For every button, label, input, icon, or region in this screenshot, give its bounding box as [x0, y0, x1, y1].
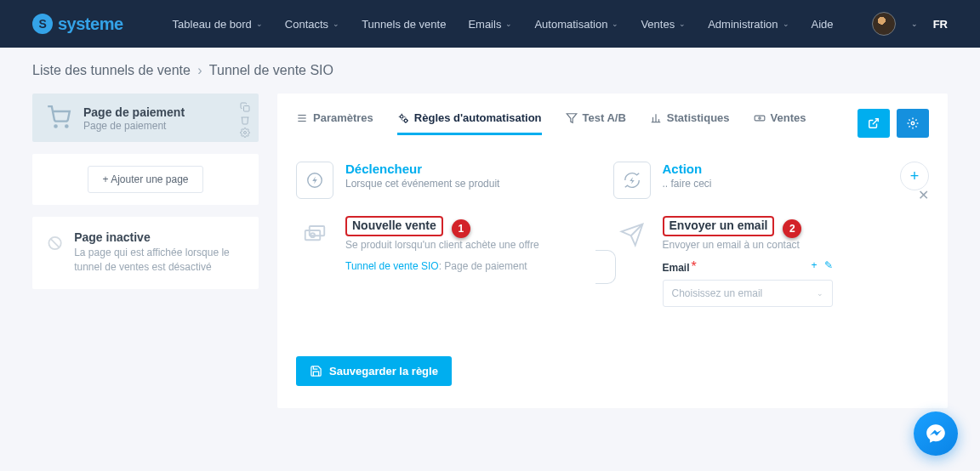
trigger-title: Nouvelle vente: [345, 216, 443, 236]
action-column: Action .. faire ceci + Envoyer un email …: [613, 156, 930, 322]
svg-point-19: [911, 122, 914, 125]
language-switch[interactable]: FR: [933, 18, 948, 31]
close-icon[interactable]: ✕: [918, 187, 929, 203]
svg-point-10: [404, 119, 407, 122]
chevron-down-icon: ⌄: [679, 20, 686, 28]
nav-emails[interactable]: Emails⌄: [468, 18, 512, 31]
trigger-header-icon: [296, 162, 333, 199]
nav-contacts[interactable]: Contacts⌄: [285, 18, 339, 31]
chevron-down-icon[interactable]: ⌄: [911, 20, 918, 28]
nav-administration[interactable]: Administration⌄: [708, 18, 789, 31]
chat-fab[interactable]: [914, 411, 958, 456]
settings-icon[interactable]: [240, 128, 250, 138]
refresh-bolt-icon: [623, 171, 641, 190]
tab-statistiques[interactable]: Statistiques: [650, 111, 730, 135]
svg-marker-21: [312, 176, 317, 184]
svg-marker-11: [567, 113, 577, 122]
trigger-item-sub: Se produit lorsqu'un client achète une o…: [345, 238, 539, 253]
edit-email-icon[interactable]: ✎: [824, 259, 833, 271]
action-title: Envoyer un email: [663, 216, 775, 236]
breadcrumb-root[interactable]: Liste des tunnels de vente: [32, 63, 191, 77]
tab-parametres[interactable]: Paramètres: [296, 111, 373, 135]
svg-point-9: [400, 115, 403, 118]
action-sub: .. faire ceci: [663, 178, 712, 190]
breadcrumb-current: Tunnel de vente SIO: [209, 63, 333, 77]
svg-point-0: [54, 125, 56, 127]
sale-icon: [296, 216, 333, 253]
action-header-icon: [613, 162, 651, 199]
add-page-button[interactable]: + Ajouter une page: [88, 166, 202, 193]
gear-icon: [907, 117, 919, 129]
breadcrumb: Liste des tunnels de vente › Tunnel de v…: [0, 48, 980, 94]
tabs: Paramètres Règles d'automatisation Test …: [296, 109, 929, 138]
bolt-icon: [305, 171, 324, 190]
action-heading: Action: [663, 162, 712, 176]
page-card-paiement[interactable]: Page de paiement Page de paiement: [32, 94, 259, 142]
action-item-sub: Envoyer un email à un contact: [663, 238, 833, 253]
svg-line-5: [51, 239, 60, 247]
connector-brace: [595, 250, 616, 284]
filter-icon: [566, 112, 578, 124]
add-page-container: + Ajouter une page: [32, 154, 259, 205]
trigger-sub: Lorsque cet événement se produit: [345, 178, 499, 190]
page-subtitle: Page de paiement: [83, 120, 185, 132]
funnel-sidebar: Page de paiement Page de paiement + Ajou…: [32, 94, 259, 408]
trigger-item-nouvelle-vente[interactable]: Nouvelle vente 1 Se produit lorsqu'un cl…: [296, 216, 612, 275]
email-select-placeholder: Choisissez un email: [672, 287, 763, 299]
email-select[interactable]: Choisissez un email ⌄: [663, 280, 833, 307]
svg-line-18: [873, 119, 878, 124]
add-email-icon[interactable]: +: [811, 259, 817, 271]
bar-chart-icon: [650, 112, 662, 124]
svg-point-17: [758, 116, 760, 118]
nav-ventes[interactable]: Ventes⌄: [641, 18, 686, 31]
nav-tunnels[interactable]: Tunnels de vente: [362, 18, 446, 31]
copy-icon[interactable]: [240, 102, 250, 112]
forbidden-icon: [48, 230, 62, 256]
nav-items: Tableau de bord⌄ Contacts⌄ Tunnels de ve…: [173, 18, 872, 31]
brand-logo[interactable]: S systeme: [32, 14, 123, 34]
svg-point-3: [244, 132, 247, 134]
chevron-down-icon: ⌄: [783, 20, 789, 28]
add-action-button[interactable]: +: [900, 162, 929, 190]
trash-icon[interactable]: [240, 115, 250, 125]
paper-plane-icon: [613, 216, 651, 253]
tab-testab[interactable]: Test A/B: [566, 111, 626, 135]
tab-ventes[interactable]: Ventes: [754, 111, 806, 135]
chevron-down-icon: ⌄: [817, 289, 823, 298]
inactive-page-card[interactable]: Page inactive La page qui est affichée l…: [32, 217, 259, 289]
tunnel-link[interactable]: Tunnel de vente SIO: [345, 260, 439, 272]
nav-tableau[interactable]: Tableau de bord⌄: [173, 18, 263, 31]
chevron-down-icon: ⌄: [612, 20, 618, 28]
required-asterisk: *: [692, 259, 697, 274]
inactive-title: Page inactive: [74, 230, 243, 244]
svg-point-1: [66, 125, 67, 127]
settings-button[interactable]: [897, 109, 929, 138]
chevron-down-icon: ⌄: [256, 20, 263, 28]
save-rule-button[interactable]: Sauvegarder la règle: [296, 356, 452, 386]
trigger-column: Déclencheur Lorsque cet événement se pro…: [296, 156, 612, 322]
cart-icon: [46, 105, 71, 129]
svg-rect-16: [755, 116, 765, 121]
inactive-desc: La page qui est affichée lorsque le tunn…: [74, 246, 243, 275]
brand-text: systeme: [58, 14, 123, 34]
tab-regles[interactable]: Règles d'automatisation: [397, 111, 542, 135]
nav-automatisation[interactable]: Automatisation⌄: [534, 18, 618, 31]
content-panel: Paramètres Règles d'automatisation Test …: [277, 94, 948, 408]
money-icon: [754, 112, 766, 124]
trigger-heading: Déclencheur: [345, 162, 499, 176]
save-icon: [310, 365, 322, 377]
svg-marker-25: [630, 177, 635, 184]
open-external-button[interactable]: [858, 109, 890, 138]
action-item-envoyer-email[interactable]: Envoyer un email 2 Envoyer un email à un…: [613, 216, 930, 307]
avatar[interactable]: [872, 12, 896, 36]
gears-icon: [397, 112, 409, 124]
brand-icon: S: [32, 14, 53, 34]
callout-badge-2: 2: [783, 219, 801, 238]
callout-badge-1: 1: [452, 219, 470, 238]
top-nav: S systeme Tableau de bord⌄ Contacts⌄ Tun…: [0, 0, 980, 48]
nav-aide[interactable]: Aide: [812, 18, 834, 31]
chevron-down-icon: ⌄: [333, 20, 339, 28]
svg-rect-2: [244, 106, 250, 112]
tunnel-link-after: : Page de paiement: [439, 260, 527, 272]
external-link-icon: [868, 117, 880, 129]
